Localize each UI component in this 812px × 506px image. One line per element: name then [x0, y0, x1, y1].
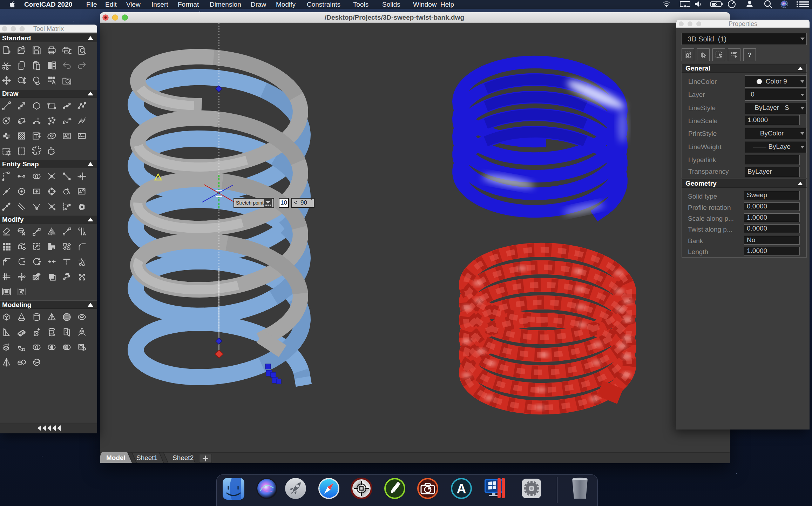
- svg-text:A: A: [456, 481, 466, 496]
- svg-text:Sheet1: Sheet1: [136, 454, 157, 461]
- svg-text:Sheet2: Sheet2: [172, 454, 194, 461]
- svg-text:?: ?: [748, 52, 751, 58]
- svg-text:Model: Model: [106, 454, 126, 461]
